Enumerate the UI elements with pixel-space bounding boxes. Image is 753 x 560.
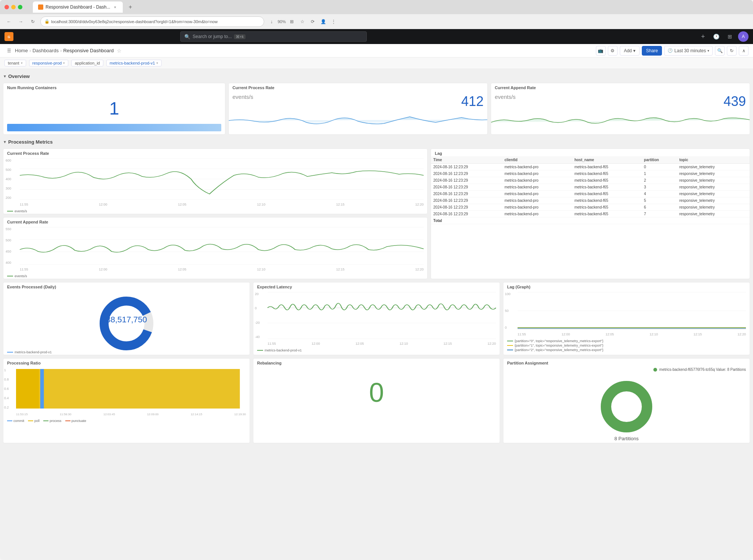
- partition-title: Partition Assignment: [503, 359, 750, 366]
- collapse-button[interactable]: ∧: [739, 46, 749, 56]
- append-rate-sparkline: [491, 109, 750, 132]
- browser-nav-icons: ↓ 90% ⊞ ☆ ⟳ 👤 ⋮: [267, 17, 338, 26]
- browser-tab[interactable]: Responsive Dashboard - Dash... ×: [33, 1, 123, 13]
- process-rate-panel: Current Process Rate events/s 412: [228, 83, 488, 135]
- breadcrumb: Home › Dashboards › Responsive Dashboard…: [15, 48, 122, 54]
- col-time: Time: [431, 156, 502, 164]
- table-row: 2024-08-16 12:23:29metrics-backend-prome…: [431, 211, 750, 218]
- lag-legend-1: {partition="1", topic="responsive_teleme…: [507, 344, 746, 347]
- browser-navbar: ← → ↻ 🔒 localhost:3000/d/ddv0xy63e8q2oc/…: [0, 14, 753, 29]
- favorite-icon[interactable]: ☆: [117, 48, 122, 54]
- process-rate-title: Current Process Rate: [229, 83, 487, 91]
- filter-bar: tenant ▾ responsive-prod ▾ application_i…: [0, 57, 753, 69]
- refresh-button[interactable]: ↻: [727, 46, 737, 56]
- process-rate-value: 412: [461, 94, 484, 109]
- process-rate-chart-panel: Current Process Rate 600 500 400 300 200: [3, 148, 428, 214]
- table-row: 2024-08-16 12:23:29metrics-backend-prome…: [431, 191, 750, 197]
- maximize-button[interactable]: [18, 5, 22, 9]
- back-button[interactable]: ←: [4, 17, 13, 26]
- lag-table: Time clientId host_name partition topic …: [431, 156, 750, 224]
- containers-value: 1: [3, 91, 225, 122]
- col-partition: partition: [642, 156, 677, 164]
- process-chart-title: Current Process Rate: [3, 149, 427, 156]
- profile-icon[interactable]: 👤: [319, 17, 328, 26]
- tab-close-button[interactable]: ×: [112, 4, 118, 10]
- lag-table-title: Lag: [431, 149, 750, 156]
- add-button[interactable]: Add ▾: [620, 46, 640, 56]
- application-id-label: application_id: [75, 61, 100, 65]
- lag-graph-title: Lag (Graph): [503, 282, 750, 290]
- processing-ratio-panel: Processing Ratio 1 0.8 0.6 0.4 0.2: [3, 358, 250, 443]
- settings-button[interactable]: ⚙: [608, 46, 618, 56]
- search-placeholder: Search or jump to...: [193, 34, 232, 39]
- events-value: 38,517,750: [106, 315, 147, 325]
- partition-donut: [503, 373, 750, 440]
- reload-button[interactable]: ↻: [28, 17, 37, 26]
- events-legend: metrics-backend-prod-v1: [3, 350, 250, 355]
- process-rate-chart: [20, 159, 424, 200]
- col-hostname: host_name: [572, 156, 641, 164]
- dashboard-content: ▼ Overview Num Running Containers 1 Curr…: [0, 69, 753, 560]
- latency-chart: [268, 292, 496, 339]
- events-processed-panel: Events Processed (Daily) 38,517,750 metr…: [3, 282, 250, 355]
- latency-legend: metrics-backend-prod-v1: [253, 348, 500, 353]
- grid-view-icon[interactable]: ⊞: [287, 17, 296, 26]
- bookmark-icon[interactable]: ☆: [298, 17, 307, 26]
- share-button[interactable]: Share: [642, 46, 662, 56]
- history-icon[interactable]: ⟳: [308, 17, 317, 26]
- app-wrapper: G 🔍 Search or jump to... ⌘+k + 🕐 ⊞ A ☰ H…: [0, 29, 753, 560]
- events-title: Events Processed (Daily): [3, 282, 250, 290]
- svg-text:G: G: [7, 35, 10, 39]
- clock-icon[interactable]: 🕐: [711, 31, 722, 42]
- events-donut: 38,517,750: [3, 290, 250, 350]
- home-link[interactable]: Home: [15, 48, 28, 53]
- lag-table-panel: Lag Time clientId host_name partition to…: [431, 148, 750, 279]
- minimize-button[interactable]: [11, 5, 16, 9]
- tenant-filter[interactable]: tenant ▾: [4, 60, 26, 66]
- responsive-prod-value: responsive-prod: [32, 61, 62, 65]
- svg-point-24: [606, 386, 647, 427]
- grafana-topbar: G 🔍 Search or jump to... ⌘+k + 🕐 ⊞ A: [0, 29, 753, 44]
- grafana-logo[interactable]: G: [4, 32, 13, 41]
- append-rate-chart: [20, 227, 424, 265]
- top-icons: + 🕐 ⊞ A: [698, 31, 749, 42]
- new-tab-button[interactable]: +: [126, 3, 135, 12]
- hamburger-menu[interactable]: ☰: [4, 46, 13, 55]
- close-button[interactable]: [4, 5, 9, 9]
- expected-latency-panel: Expected Latency 20 0 -20 -40: [253, 282, 500, 355]
- table-row: 2024-08-16 12:23:29metrics-backend-prome…: [431, 204, 750, 211]
- search-bar[interactable]: 🔍 Search or jump to... ⌘+k: [180, 31, 367, 42]
- ratio-title: Processing Ratio: [3, 359, 250, 366]
- processing-section-header[interactable]: ▼ Processing Metrics: [3, 138, 750, 146]
- time-range-picker[interactable]: 🕐 Last 30 minutes ▾: [664, 46, 713, 56]
- append-rate-title: Current Append Rate: [491, 83, 750, 91]
- svg-rect-22: [16, 369, 39, 409]
- total-row: Total: [431, 218, 750, 224]
- latency-title: Expected Latency: [253, 282, 500, 290]
- user-avatar[interactable]: A: [738, 31, 749, 42]
- containers-panel: Num Running Containers 1: [3, 83, 225, 135]
- tv-mode-button[interactable]: 📺: [596, 46, 606, 56]
- more-icon[interactable]: ⋮: [329, 17, 338, 26]
- table-row: 2024-08-16 12:23:29metrics-backend-prome…: [431, 170, 750, 177]
- overview-section-header[interactable]: ▼ Overview: [3, 72, 750, 81]
- responsive-prod-filter[interactable]: responsive-prod ▾: [29, 60, 69, 66]
- col-clientid: clientId: [502, 156, 572, 164]
- dashboards-link[interactable]: Dashboards: [32, 48, 59, 53]
- append-rate-chart-panel: Current Append Rate 550 500 450 400: [3, 217, 428, 279]
- search-shortcut: ⌘+k: [234, 34, 246, 39]
- address-bar[interactable]: 🔒 localhost:3000/d/ddv0xy63e8q2oc/respon…: [40, 16, 264, 27]
- apps-icon[interactable]: ⊞: [725, 31, 735, 42]
- metrics-backend-filter[interactable]: metrics-backend-prod-v1 ▾: [106, 60, 162, 66]
- zoom-in-button[interactable]: 🔍: [715, 46, 725, 56]
- svg-rect-20: [16, 369, 240, 409]
- forward-button[interactable]: →: [16, 17, 25, 26]
- ratio-legend: commit poll process punctuate: [3, 418, 250, 423]
- append-rate-panel: Current Append Rate events/s 439: [491, 83, 750, 135]
- download-icon[interactable]: ↓: [267, 17, 276, 26]
- append-chart-legend: events/s: [3, 273, 427, 279]
- plus-icon[interactable]: +: [698, 31, 708, 42]
- url-text: localhost:3000/d/ddv0xy63e8q2oc/responsi…: [51, 19, 260, 24]
- application-id-filter[interactable]: application_id: [71, 60, 103, 66]
- tab-title: Responsive Dashboard - Dash...: [46, 4, 110, 10]
